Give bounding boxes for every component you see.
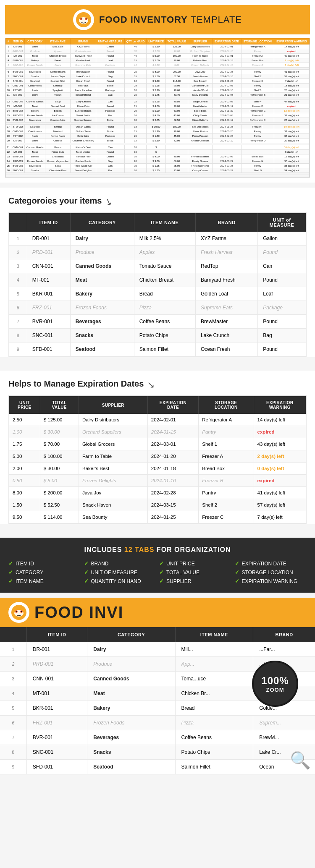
table-cell: 2024-01-15 <box>147 426 199 438</box>
table-cell: 8 <box>0 745 26 760</box>
spreadsheet-cell: 2024-01-28 <box>213 125 242 129</box>
spreadsheet-cell: Bread Box <box>241 58 274 63</box>
spreadsheet-cell: Package <box>96 88 125 93</box>
table-cell: 9.50 <box>9 511 40 523</box>
spreadsheet-cell: 2024-01-18 <box>213 58 242 63</box>
table-cell: Gallon <box>258 232 306 246</box>
check-icon: ✓ <box>235 569 239 575</box>
table-cell: 3 <box>9 259 27 273</box>
spreadsheet-cell: $ 1.75 <box>147 93 165 97</box>
table-cell: Loaf <box>258 287 306 301</box>
table-cell: Pound <box>258 246 306 259</box>
table-cell: Chicken Breast <box>134 273 195 287</box>
cat-col-itemid: ITEM ID <box>27 213 70 232</box>
table-row: 0.50$ 5.00Frozen Delights2024-01-10Freez… <box>9 475 306 487</box>
table-cell: 8 <box>9 329 27 342</box>
spreadsheet-cell: Pantry <box>241 84 274 88</box>
table-cell: Pantry <box>199 426 254 438</box>
spreadsheet-cell: 41 day(s) left <box>274 70 309 74</box>
table-row: 1.75$ 70.00Global Grocers2024-03-01Shelf… <box>9 438 306 450</box>
spreadsheet-cell: Ketchup <box>45 84 71 88</box>
spreadsheet-cell: 10 <box>124 154 147 159</box>
spreadsheet-cell: 57 day(s) left <box>274 74 309 79</box>
cat-col-category: CATEGORY <box>70 213 134 232</box>
spreadsheet-cell: SFD-001 <box>11 79 25 84</box>
section-spreadsheet: FOOD INVENTORY TEMPLATE # ITEM ID CATEGO… <box>0 0 315 183</box>
spreadsheet-cell: 45.00 <box>165 113 188 118</box>
check-icon: ✓ <box>84 569 89 575</box>
spreadsheet-cell: 10 day(s) left <box>274 125 309 129</box>
spreadsheet-cell: Frosty Greens <box>188 159 213 164</box>
spreadsheet-cell: 2024-03-10 <box>213 139 242 143</box>
table-cell: Milk 2.5% <box>134 232 195 246</box>
spreadsheet-cell: 30 <box>124 49 147 54</box>
spreadsheet-cell: 18 <box>124 125 147 129</box>
spreadsheet-cell: Coffee Beans <box>45 70 71 74</box>
spreadsheet-cell: Pound <box>96 150 125 154</box>
spreadsheet-cell: Golden Taste <box>71 129 96 134</box>
spreadsheet-cell: Shelf 4 <box>241 99 274 104</box>
spreadsheet-cell: Refrigerator B <box>241 93 274 97</box>
spreadsheet-cell: Meat Master <box>188 104 213 109</box>
spreadsheet-cell: SNC-001 <box>11 74 25 79</box>
spreadsheet-cell: 18 <box>124 145 147 150</box>
check-icon: ✓ <box>159 578 164 584</box>
table-cell: Global Grocers <box>79 438 147 450</box>
table-row: 2PRD-001ProduceApplesFresh HarvestPound <box>9 246 306 259</box>
spreadsheet-cell: Pound <box>96 79 125 84</box>
table-cell: DR-001 <box>26 642 87 657</box>
table-row: 7BVR-001BeveragesCoffee BeansBrewMasterP… <box>9 315 306 329</box>
spreadsheet-cell: Parisian Flair <box>71 154 96 159</box>
spreadsheet-cell: Freezer C <box>241 79 274 84</box>
check-icon: ✓ <box>235 578 239 584</box>
spreadsheet-cell: Pasta Paradise <box>71 88 96 93</box>
spreadsheet-cell: 21 <box>6 145 11 150</box>
cat-col-unit: UNIT ofMEASURE <box>258 213 306 232</box>
includes-item: ✓QUANTITY ON HAND <box>84 578 156 584</box>
spreadsheet-cell: MT-002 <box>11 104 25 109</box>
spreadsheet-cell: 2024-03-01 <box>213 54 242 58</box>
col-supplier: SUPPLIER <box>188 39 213 44</box>
includes-post: FOR ORGANIZATION <box>157 546 231 553</box>
spreadsheet-cell: expired <box>274 49 309 54</box>
spreadsheet-cell: Refrigerator A <box>241 44 274 49</box>
table-cell: Baker's Best <box>79 463 147 475</box>
table-cell: MT-001 <box>26 686 87 701</box>
table-cell: Pound <box>258 315 306 329</box>
spreadsheet-cell: 2024-03-22 <box>213 159 242 164</box>
spreadsheet-cell: Meat <box>25 54 45 58</box>
table-cell: PRD-001 <box>26 657 87 672</box>
spreadsheet-cell: Prime Cuts <box>45 150 71 154</box>
spreadsheet-cell: Freezer E <box>241 113 274 118</box>
table-cell: FRZ-001 <box>26 716 87 730</box>
includes-item: ✓BRAND <box>84 560 156 567</box>
includes-item-label: TOTAL VALUE <box>166 570 200 575</box>
zoom-badge: 100% ZOOM <box>252 661 298 707</box>
spreadsheet-cell: Bread Box <box>241 154 274 159</box>
spreadsheet-cell: PST-002 <box>11 134 25 139</box>
spreadsheet-cell: 16 <box>6 118 11 123</box>
table-cell: expired <box>254 426 306 438</box>
spreadsheet-cell: BKR-002 <box>11 109 25 113</box>
spreadsheet-cell: 24 <box>6 159 11 164</box>
includes-item: ✓ITEM NAME <box>8 578 81 584</box>
spreadsheet-cell: Seafood <box>25 79 45 84</box>
spreadsheet-cell: Garden Fresh <box>71 159 96 164</box>
spreadsheet-cell: 35 <box>124 74 147 79</box>
table-cell: $ 200.00 <box>40 487 79 499</box>
spreadsheet-cell: 2024-02-25 <box>213 134 242 139</box>
spreadsheet-cell: Thirst Quencher <box>188 164 213 168</box>
table-cell: 7 <box>0 730 26 745</box>
spreadsheet-cell: 20 <box>124 159 147 164</box>
check-icon: ✓ <box>159 569 164 575</box>
spreadsheet-cell: Meat <box>25 104 45 109</box>
table-cell: Freezer C <box>199 511 254 523</box>
spreadsheet-cell: 62.50 <box>165 118 188 123</box>
spreadsheet-cell: 11 <box>6 93 11 97</box>
spreadsheet-cell: Spaghetti <box>45 88 71 93</box>
spreadsheet-cell: expired <box>274 104 309 109</box>
spreadsheet-cell: Frozen Foods <box>25 63 45 68</box>
spreadsheet-cell: 25 <box>6 164 11 168</box>
table-row: 6FRZ-001Frozen FoodsPizzaSupreme EatsPac… <box>9 301 306 315</box>
table-cell: Beverages <box>87 730 175 745</box>
